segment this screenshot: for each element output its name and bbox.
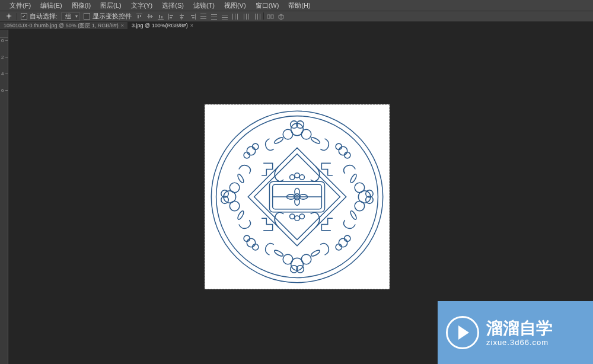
canvas-document[interactable] bbox=[205, 104, 390, 289]
svg-rect-17 bbox=[192, 17, 195, 18]
distribute-vcenter-icon[interactable] bbox=[210, 12, 218, 21]
ruler-corner bbox=[0, 30, 8, 38]
move-tool-icon[interactable] bbox=[5, 12, 13, 21]
menu-help[interactable]: 帮助(H) bbox=[283, 0, 315, 11]
show-transform-option[interactable]: 显示变换控件 bbox=[84, 12, 132, 21]
svg-point-53 bbox=[299, 214, 304, 219]
watermark-banner: 溜溜自学 zixue.3d66.com bbox=[438, 301, 593, 364]
divider bbox=[17, 13, 17, 20]
svg-point-93 bbox=[349, 210, 358, 220]
menu-type[interactable]: 文字(Y) bbox=[126, 0, 158, 11]
svg-rect-18 bbox=[200, 14, 206, 14]
svg-rect-11 bbox=[170, 17, 172, 18]
document-tab-bar: 105010JX-0.thumb.jpg @ 50% (图层 1, RGB/8#… bbox=[0, 21, 593, 30]
svg-rect-32 bbox=[248, 14, 249, 20]
svg-point-77 bbox=[339, 146, 347, 155]
ruler-vertical[interactable]: 0246 bbox=[0, 38, 8, 364]
svg-point-83 bbox=[339, 238, 347, 247]
align-hcenter-icon[interactable] bbox=[178, 12, 186, 21]
svg-point-82 bbox=[253, 244, 259, 250]
svg-point-70 bbox=[355, 183, 365, 193]
svg-point-65 bbox=[229, 183, 240, 193]
align-vcenter-icon[interactable] bbox=[146, 12, 154, 21]
distribute-left-icon[interactable] bbox=[231, 12, 240, 21]
svg-rect-16 bbox=[191, 15, 195, 16]
svg-point-84 bbox=[345, 235, 350, 241]
auto-select-option[interactable]: ✓ 自动选择: bbox=[21, 12, 58, 21]
tab-label: 3.jpg @ 100%(RGB/8#) bbox=[132, 23, 188, 28]
document-tab-1[interactable]: 105010JX-0.thumb.jpg @ 50% (图层 1, RGB/8#… bbox=[0, 22, 128, 29]
close-icon[interactable]: × bbox=[190, 23, 193, 28]
auto-select-checkbox[interactable]: ✓ bbox=[21, 13, 27, 20]
distribute-hcenter-icon[interactable] bbox=[242, 12, 250, 21]
svg-point-55 bbox=[283, 129, 293, 139]
divider bbox=[263, 12, 264, 20]
align-icons-group bbox=[135, 12, 285, 21]
svg-rect-14 bbox=[180, 17, 183, 18]
svg-rect-12 bbox=[181, 14, 182, 20]
svg-rect-21 bbox=[211, 14, 217, 15]
align-top-icon[interactable] bbox=[135, 12, 144, 21]
svg-rect-27 bbox=[232, 14, 233, 20]
svg-rect-1 bbox=[138, 15, 139, 18]
svg-point-71 bbox=[355, 201, 365, 211]
svg-point-76 bbox=[253, 143, 259, 149]
svg-point-88 bbox=[273, 249, 283, 257]
svg-rect-8 bbox=[161, 16, 162, 18]
svg-point-66 bbox=[229, 201, 240, 211]
svg-rect-10 bbox=[170, 15, 173, 16]
svg-point-74 bbox=[247, 146, 255, 155]
svg-rect-23 bbox=[211, 19, 217, 20]
auto-select-type-dropdown[interactable]: 组 bbox=[61, 12, 80, 21]
svg-rect-13 bbox=[180, 15, 184, 16]
svg-point-86 bbox=[273, 136, 283, 145]
svg-rect-7 bbox=[159, 15, 160, 18]
align-left-icon[interactable] bbox=[167, 12, 176, 21]
menu-window[interactable]: 窗口(W) bbox=[251, 0, 284, 11]
svg-point-92 bbox=[349, 173, 358, 183]
menu-file[interactable]: 文件(F) bbox=[5, 0, 36, 11]
menu-image[interactable]: 图像(I) bbox=[67, 0, 95, 11]
svg-rect-31 bbox=[246, 14, 247, 20]
menu-filter[interactable]: 滤镜(T) bbox=[189, 0, 219, 11]
distribute-right-icon[interactable] bbox=[253, 12, 261, 21]
svg-point-90 bbox=[237, 173, 245, 183]
menu-layer[interactable]: 图层(L) bbox=[95, 0, 126, 11]
svg-point-61 bbox=[301, 254, 311, 264]
watermark-text: 溜溜自学 zixue.3d66.com bbox=[486, 318, 553, 347]
svg-rect-36 bbox=[267, 15, 270, 18]
distribute-top-icon[interactable] bbox=[199, 12, 208, 21]
svg-point-46 bbox=[295, 189, 299, 196]
auto-align-icon[interactable] bbox=[266, 12, 275, 21]
options-bar: ✓ 自动选择: 组 显示变换控件 bbox=[0, 11, 593, 21]
ornament-image bbox=[205, 105, 389, 289]
align-bottom-icon[interactable] bbox=[157, 12, 165, 21]
svg-point-52 bbox=[290, 214, 295, 219]
play-icon bbox=[446, 316, 479, 349]
svg-point-75 bbox=[244, 152, 250, 158]
svg-point-60 bbox=[283, 254, 293, 264]
svg-point-87 bbox=[310, 136, 320, 145]
svg-rect-20 bbox=[200, 18, 206, 19]
svg-rect-15 bbox=[195, 14, 196, 20]
svg-rect-9 bbox=[168, 14, 169, 20]
svg-point-79 bbox=[336, 143, 342, 149]
menu-edit[interactable]: 编辑(E) bbox=[36, 0, 67, 11]
menu-select[interactable]: 选择(S) bbox=[157, 0, 189, 11]
svg-point-89 bbox=[310, 249, 320, 257]
svg-point-80 bbox=[247, 238, 255, 247]
svg-rect-37 bbox=[271, 15, 273, 18]
align-right-icon[interactable] bbox=[189, 12, 197, 21]
svg-rect-29 bbox=[237, 14, 238, 20]
menu-view[interactable]: 视图(V) bbox=[219, 0, 251, 11]
show-transform-checkbox[interactable] bbox=[84, 13, 90, 20]
close-icon[interactable]: × bbox=[121, 23, 124, 28]
mode-3d-icon[interactable] bbox=[277, 12, 285, 21]
svg-point-91 bbox=[237, 210, 245, 220]
document-tab-2[interactable]: 3.jpg @ 100%(RGB/8#) × bbox=[128, 22, 197, 29]
distribute-bottom-icon[interactable] bbox=[221, 12, 229, 21]
show-transform-label: 显示变换控件 bbox=[93, 12, 132, 21]
watermark-title: 溜溜自学 bbox=[486, 318, 553, 339]
svg-rect-6 bbox=[158, 19, 164, 20]
svg-point-78 bbox=[345, 152, 350, 158]
